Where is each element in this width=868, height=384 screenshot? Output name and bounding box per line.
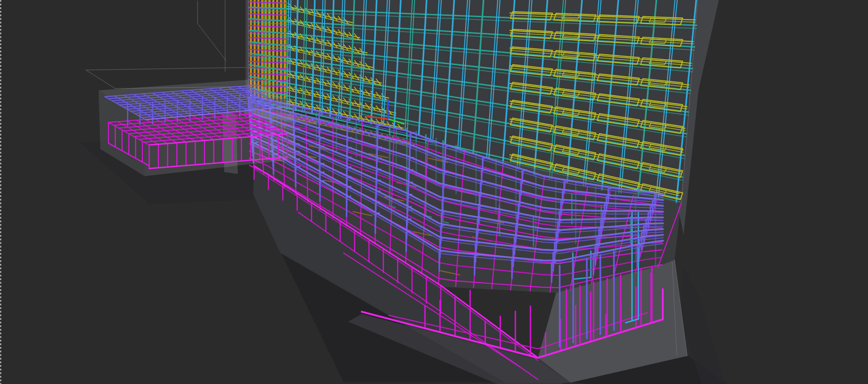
cad-3d-viewport[interactable] <box>0 0 868 384</box>
left-footing-group <box>99 80 296 176</box>
rebar-model-scene <box>0 0 868 384</box>
